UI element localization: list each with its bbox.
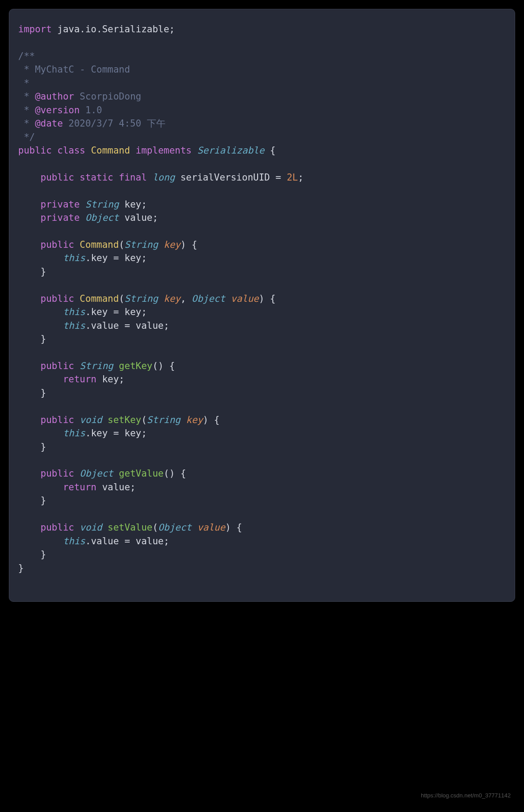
javadoc-date-val: 2020/3/7 4:50 下午 bbox=[63, 118, 166, 129]
javadoc-author-line: * @author ScorpioDong bbox=[18, 91, 141, 102]
keyword-implements: implements bbox=[136, 145, 192, 156]
keyword-this: this bbox=[63, 253, 85, 263]
keyword-private: private bbox=[41, 212, 80, 223]
paren-open: ( bbox=[119, 239, 125, 250]
watermark: https://blog.csdn.net/m0_37771142 bbox=[421, 792, 511, 799]
javadoc-version-tag: @version bbox=[35, 105, 80, 115]
sig-close: () { bbox=[152, 361, 175, 371]
javadoc-star: * bbox=[18, 78, 29, 89]
brace-close: } bbox=[41, 442, 46, 452]
brace-open: { bbox=[264, 145, 275, 156]
method-getvalue: getValue bbox=[119, 468, 164, 479]
keyword-import: import bbox=[18, 24, 52, 35]
sig-close: ) { bbox=[225, 522, 242, 533]
param-type: String bbox=[147, 415, 181, 425]
brace-close: } bbox=[41, 388, 46, 398]
javadoc-open: /** bbox=[18, 51, 35, 62]
field-value-name: value; bbox=[119, 212, 158, 223]
type-object: Object bbox=[85, 212, 119, 223]
keyword-this: this bbox=[63, 428, 85, 439]
param-type: Object bbox=[158, 522, 192, 533]
method-getkey: getKey bbox=[119, 361, 153, 371]
type-string: String bbox=[85, 199, 119, 210]
sig-close: ) { bbox=[203, 415, 220, 425]
param-name: key bbox=[186, 415, 203, 425]
brace-close: } bbox=[41, 549, 46, 560]
keyword-public: public bbox=[41, 468, 74, 479]
return-type: void bbox=[80, 415, 102, 425]
param-name: value bbox=[231, 293, 259, 304]
return-val: value; bbox=[96, 482, 136, 493]
paren-open: ( bbox=[152, 522, 158, 533]
keyword-public: public bbox=[41, 522, 74, 533]
brace-close: } bbox=[41, 495, 46, 506]
brace-close: } bbox=[41, 266, 46, 277]
sig-close: () { bbox=[164, 468, 186, 479]
javadoc-version-val: 1.0 bbox=[80, 105, 102, 115]
field-key-name: key; bbox=[119, 199, 147, 210]
keyword-this: this bbox=[63, 536, 85, 546]
param-type: String bbox=[124, 239, 158, 250]
keyword-this: this bbox=[63, 320, 85, 331]
keyword-return: return bbox=[63, 374, 96, 385]
assign-key: .key = key; bbox=[85, 307, 147, 317]
keyword-this: this bbox=[63, 307, 85, 317]
paren-open: ( bbox=[141, 415, 147, 425]
param-name: value bbox=[197, 522, 225, 533]
javadoc-close: */ bbox=[18, 132, 35, 142]
brace-close: } bbox=[41, 334, 46, 344]
sig-close: ) { bbox=[181, 239, 197, 250]
keyword-public: public bbox=[41, 361, 74, 371]
javadoc-date-line: * @date 2020/3/7 4:50 下午 bbox=[18, 118, 166, 129]
method-setkey: setKey bbox=[108, 415, 141, 425]
keyword-public: public bbox=[18, 145, 52, 156]
field-uid-mods: public static final bbox=[41, 172, 147, 183]
keyword-public: public bbox=[41, 239, 74, 250]
keyword-class: class bbox=[58, 145, 85, 156]
return-type: Object bbox=[80, 468, 113, 479]
javadoc-author-tag: @author bbox=[35, 91, 74, 102]
method-setvalue: setValue bbox=[108, 522, 152, 533]
keyword-private: private bbox=[41, 199, 80, 210]
sig-close: ) { bbox=[259, 293, 276, 304]
code-content: import java.io.Serializable; /** * MyCha… bbox=[18, 23, 506, 575]
assign-key: .key = key; bbox=[85, 253, 147, 263]
param-name: key bbox=[164, 293, 181, 304]
javadoc-desc: * MyChatC - Command bbox=[18, 64, 130, 75]
javadoc-author-val: ScorpioDong bbox=[74, 91, 141, 102]
assign-value: .value = value; bbox=[85, 320, 170, 331]
field-uid-name: serialVersionUID = bbox=[175, 172, 287, 183]
constructor-name: Command bbox=[80, 293, 119, 304]
keyword-public: public bbox=[41, 293, 74, 304]
assign-key: .key = key; bbox=[85, 428, 147, 439]
keyword-return: return bbox=[63, 482, 96, 493]
javadoc-version-line: * @version 1.0 bbox=[18, 105, 102, 115]
param-type: Object bbox=[192, 293, 225, 304]
return-type: void bbox=[80, 522, 102, 533]
keyword-public: public bbox=[41, 415, 74, 425]
return-type: String bbox=[80, 361, 113, 371]
type-long: long bbox=[152, 172, 175, 183]
paren-open: ( bbox=[119, 293, 125, 304]
return-val: key; bbox=[96, 374, 124, 385]
param-type: String bbox=[124, 293, 158, 304]
import-path: java.io.Serializable; bbox=[52, 24, 175, 35]
class-brace-close: } bbox=[18, 563, 24, 573]
constructor-name: Command bbox=[80, 239, 119, 250]
comma: , bbox=[181, 293, 192, 304]
field-uid-val: 2L bbox=[287, 172, 298, 183]
type-serializable: Serializable bbox=[197, 145, 265, 156]
class-name: Command bbox=[91, 145, 130, 156]
semicolon: ; bbox=[298, 172, 304, 183]
assign-value: .value = value; bbox=[85, 536, 170, 546]
javadoc-date-tag: @date bbox=[35, 118, 63, 129]
param-name: key bbox=[164, 239, 181, 250]
code-block: import java.io.Serializable; /** * MyCha… bbox=[9, 9, 515, 602]
